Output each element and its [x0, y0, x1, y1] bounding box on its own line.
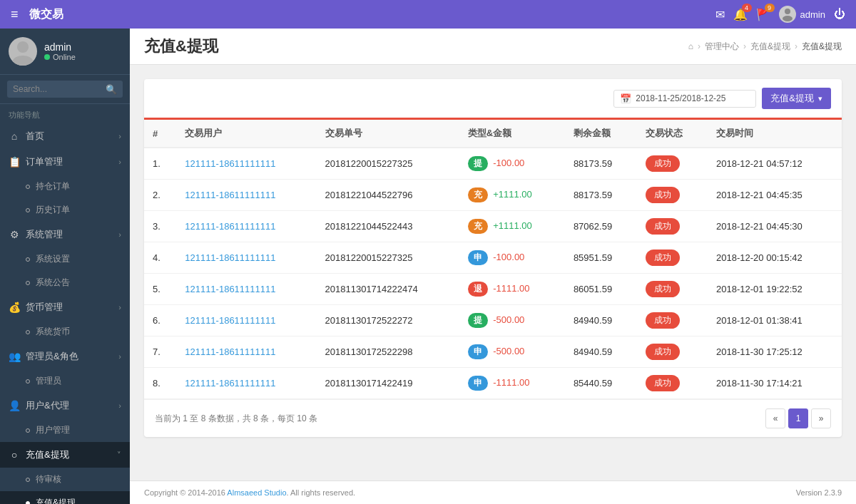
cell-order-no: 20181220015227325	[317, 148, 459, 180]
sidebar-item-sys-mgmt[interactable]: ⚙ 系统管理 ›	[0, 222, 130, 247]
cell-num: 5.	[144, 274, 176, 305]
username-label: admin	[800, 9, 825, 20]
sub-dot-icon	[26, 330, 30, 334]
sidebar-item-user-mgmt[interactable]: 用户管理	[0, 418, 130, 442]
amount-value: -100.00	[493, 252, 524, 262]
footer-link[interactable]: Almsaeed Studio	[227, 488, 286, 497]
cell-balance: 85951.59	[565, 242, 638, 274]
currency-icon: 💰	[9, 302, 20, 313]
chevron-down-icon: ▾	[818, 94, 822, 103]
sidebar-item-deposit-withdraw[interactable]: ○ 充值&提现 ˅	[0, 442, 130, 468]
cell-time: 2018-12-20 00:15:42	[708, 242, 842, 274]
sidebar-item-user-agent[interactable]: 👤 用户&代理 ›	[0, 393, 130, 418]
user-link[interactable]: 121111-18611111111	[185, 284, 275, 294]
status-badge: 成功	[646, 375, 680, 391]
cell-balance: 84940.59	[565, 305, 638, 336]
user-link[interactable]: 121111-18611111111	[185, 378, 275, 389]
cell-balance: 86051.59	[565, 274, 638, 305]
cell-balance: 87062.59	[565, 211, 638, 242]
amount-value: -1111.00	[493, 377, 529, 388]
prev-page-button[interactable]: «	[765, 408, 785, 428]
search-box: 🔍	[0, 75, 130, 104]
card-toolbar: 📅 充值&提现 ▾	[144, 79, 842, 120]
user-link[interactable]: 121111-18611111111	[185, 252, 275, 263]
breadcrumb-sep: ›	[698, 41, 700, 51]
sidebar-item-pending-review[interactable]: 待审核	[0, 468, 130, 491]
type-badge: 提	[468, 156, 488, 171]
amount-value: -1111.00	[493, 283, 529, 294]
chevron-right-icon: ›	[118, 132, 121, 140]
page-1-button[interactable]: 1	[788, 408, 808, 428]
user-link[interactable]: 121111-18611111111	[185, 315, 275, 326]
user-menu[interactable]: admin	[779, 6, 825, 23]
sub-dot-icon	[26, 208, 30, 212]
cell-status: 成功	[637, 180, 708, 211]
status-badge: 成功	[646, 218, 680, 235]
sidebar-item-held-orders[interactable]: 持仓订单	[0, 175, 130, 198]
sidebar-item-sys-currency[interactable]: 系统货币	[0, 320, 130, 344]
cell-type-amount: 充 +1111.00	[459, 211, 565, 242]
email-icon-wrapper[interactable]: ✉	[715, 8, 725, 21]
bell-icon-wrapper[interactable]: 🔔 4	[733, 8, 748, 21]
cell-balance: 88173.59	[565, 148, 638, 180]
breadcrumb-sep: ›	[743, 41, 746, 51]
app-logo: 微交易	[29, 7, 63, 22]
content-body: 📅 充值&提现 ▾ # 交易用户 交易单号	[130, 65, 856, 480]
chevron-right-icon: ›	[118, 352, 121, 361]
user-link[interactable]: 121111-18611111111	[185, 221, 275, 232]
sidebar-item-admin-list[interactable]: 管理员	[0, 369, 130, 393]
sidebar-item-home[interactable]: ⌂ 首页 ›	[0, 123, 130, 149]
order-icon: 📋	[9, 156, 20, 168]
bell-badge: 4	[742, 4, 752, 12]
flag-icon-wrapper[interactable]: 🚩 9	[756, 8, 770, 21]
type-badge: 提	[468, 313, 488, 328]
breadcrumb-bar: 充值&提现 ⌂ › 管理中心 › 充值&提现 › 充值&提现	[130, 29, 856, 65]
chevron-down-icon: ˅	[117, 451, 121, 460]
col-num: #	[144, 120, 176, 148]
chevron-right-icon: ›	[118, 230, 121, 239]
status-badge: 成功	[646, 155, 680, 172]
sub-dot-icon	[26, 379, 30, 384]
cell-time: 2018-12-01 19:22:52	[708, 274, 842, 305]
deposit-withdraw-dropdown[interactable]: 充值&提现 ▾	[762, 88, 831, 109]
sidebar-item-order-mgmt[interactable]: 📋 订单管理 ›	[0, 149, 130, 175]
user-link[interactable]: 121111-18611111111	[185, 190, 275, 200]
amount-value: +1111.00	[493, 220, 532, 231]
type-badge: 申	[468, 250, 488, 265]
cell-num: 4.	[144, 242, 176, 274]
breadcrumb-item-2: 充值&提现	[750, 41, 790, 53]
sidebar-item-sys-settings[interactable]: 系统设置	[0, 247, 130, 271]
amount-value: -100.00	[493, 158, 524, 168]
sidebar-item-deposit-withdraw-sub[interactable]: 充值&提现	[0, 491, 130, 504]
next-page-button[interactable]: »	[811, 408, 831, 428]
sidebar: admin Online 🔍 功能导航 ⌂ 首页 ›	[0, 29, 130, 504]
sidebar-username: admin	[44, 41, 76, 53]
amount-value: -500.00	[493, 314, 524, 325]
settings-icon: ⚙	[9, 229, 20, 240]
chevron-right-icon: ›	[118, 401, 121, 410]
sidebar-item-history-orders[interactable]: 历史订单	[0, 198, 130, 222]
date-range-input[interactable]	[636, 93, 750, 103]
logout-icon[interactable]: ⏻	[834, 8, 845, 21]
menu-toggle-icon[interactable]: ≡	[11, 7, 19, 22]
cell-num: 1.	[144, 148, 176, 180]
sidebar-item-admin-roles[interactable]: 👥 管理员&角色 ›	[0, 344, 130, 369]
cell-time: 2018-12-21 04:45:35	[708, 180, 842, 211]
sidebar-item-currency-mgmt[interactable]: 💰 货币管理 ›	[0, 294, 130, 320]
table-row: 5. 121111-18611111111 201811301714222474…	[144, 274, 842, 305]
sub-dot-icon	[26, 478, 30, 482]
cell-type-amount: 申 -100.00	[459, 242, 565, 274]
sidebar-item-sys-notice[interactable]: 系统公告	[0, 271, 130, 294]
cell-type-amount: 充 +1111.00	[459, 180, 565, 211]
cell-num: 7.	[144, 336, 176, 368]
avatar	[779, 6, 796, 23]
user-link[interactable]: 121111-18611111111	[185, 158, 275, 169]
user-link[interactable]: 121111-18611111111	[185, 346, 275, 357]
col-type-amount: 类型&金额	[459, 120, 565, 148]
cell-type-amount: 提 -500.00	[459, 305, 565, 336]
svg-point-3	[13, 56, 33, 66]
status-badge: 成功	[646, 344, 680, 360]
svg-point-2	[17, 41, 29, 53]
cell-user: 121111-18611111111	[176, 336, 316, 368]
svg-point-0	[785, 9, 790, 14]
